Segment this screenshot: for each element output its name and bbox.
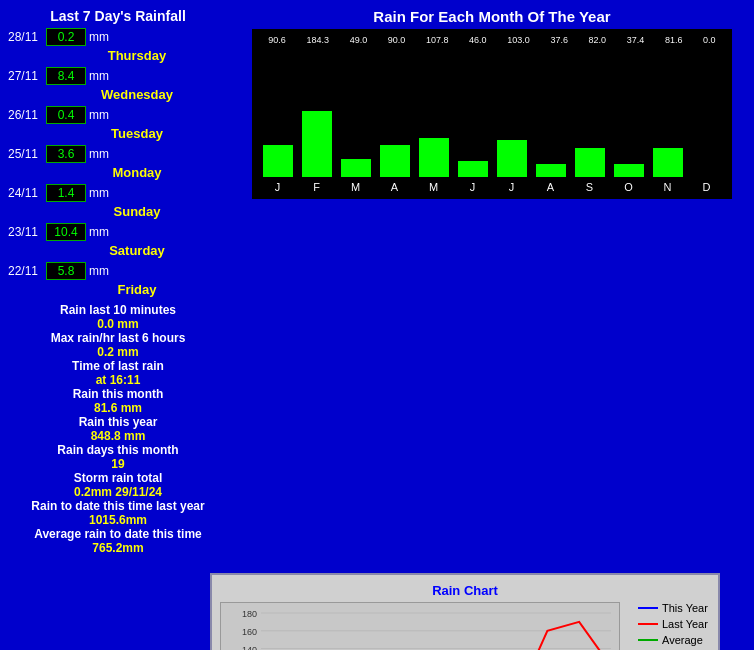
mm-value: 0.2 [46, 28, 86, 46]
mm-unit: mm [89, 147, 109, 161]
day-name: Sunday [46, 204, 228, 219]
stat-value: 19 [8, 457, 228, 471]
svg-text:140: 140 [242, 645, 257, 650]
bar-month-label: M [418, 181, 450, 193]
day-entry: 28/110.2 mm [8, 28, 228, 46]
line-chart-container: Rain Chart 020406080100120140160180JanFe… [210, 573, 720, 650]
mm-unit: mm [89, 30, 109, 44]
day-entry: 26/110.4 mm [8, 106, 228, 124]
stat-value: 848.8 mm [8, 429, 228, 443]
legend-this-year: This Year [662, 602, 708, 614]
stat-label: Rain to date this time last year [8, 499, 228, 513]
mm-unit: mm [89, 69, 109, 83]
day-name: Tuesday [46, 126, 228, 141]
bar-month-label: A [379, 181, 411, 193]
day-date: 22/11 [8, 264, 46, 278]
bar-value: 37.4 [627, 35, 645, 45]
bar-column [263, 57, 293, 177]
bar-month-label: S [574, 181, 606, 193]
bar-column [614, 57, 644, 177]
mm-unit: mm [89, 186, 109, 200]
bar-chart-title: Rain For Each Month Of The Year [238, 8, 746, 25]
bar-month-label: F [301, 181, 333, 193]
stat-value: 0.2 mm [8, 345, 228, 359]
stat-value: 0.2mm 29/11/24 [8, 485, 228, 499]
day-date: 24/11 [8, 186, 46, 200]
day-name: Monday [46, 165, 228, 180]
bar-value: 46.0 [469, 35, 487, 45]
day-date: 25/11 [8, 147, 46, 161]
stat-label: Rain this month [8, 387, 228, 401]
bar-column [302, 57, 332, 177]
bar-chart: 90.6184.349.090.0107.846.0103.037.682.03… [252, 29, 732, 199]
bar-column [458, 57, 488, 177]
bar-month-label: A [535, 181, 567, 193]
bar-month-label: N [652, 181, 684, 193]
day-entry: 22/115.8 mm [8, 262, 228, 280]
stat-value: 1015.6mm [8, 513, 228, 527]
day-name: Wednesday [46, 87, 228, 102]
bar-value: 81.6 [665, 35, 683, 45]
day-date: 27/11 [8, 69, 46, 83]
stat-label: Rain last 10 minutes [8, 303, 228, 317]
bar-value: 90.0 [388, 35, 406, 45]
bar-column [692, 57, 722, 177]
mm-unit: mm [89, 264, 109, 278]
svg-text:160: 160 [242, 627, 257, 637]
bar-value: 184.3 [306, 35, 329, 45]
page-title: Last 7 Day's Rainfall [8, 8, 228, 24]
legend-average: Average [662, 634, 703, 646]
day-date: 23/11 [8, 225, 46, 239]
day-entry: 24/111.4 mm [8, 184, 228, 202]
mm-value: 10.4 [46, 223, 86, 241]
svg-text:180: 180 [242, 609, 257, 619]
bar-value: 0.0 [703, 35, 716, 45]
bar-column [341, 57, 371, 177]
stat-value: 81.6 mm [8, 401, 228, 415]
mm-value: 1.4 [46, 184, 86, 202]
day-name: Thursday [46, 48, 228, 63]
bar-month-label: O [613, 181, 645, 193]
day-name: Friday [46, 282, 228, 297]
line-chart-title: Rain Chart [220, 583, 710, 598]
mm-value: 5.8 [46, 262, 86, 280]
bar-column [536, 57, 566, 177]
stat-value: at 16:11 [8, 373, 228, 387]
stat-label: Rain this year [8, 415, 228, 429]
bar-month-label: D [691, 181, 723, 193]
stat-label: Max rain/hr last 6 hours [8, 331, 228, 345]
stat-label: Rain days this month [8, 443, 228, 457]
stat-value: 0.0 mm [8, 317, 228, 331]
bar-month-label: M [340, 181, 372, 193]
day-date: 26/11 [8, 108, 46, 122]
mm-unit: mm [89, 225, 109, 239]
bar-value: 107.8 [426, 35, 449, 45]
stat-value: 765.2mm [8, 541, 228, 555]
mm-value: 0.4 [46, 106, 86, 124]
legend-last-year: Last Year [662, 618, 708, 630]
day-name: Saturday [46, 243, 228, 258]
bar-month-label: J [262, 181, 294, 193]
day-entry: 23/1110.4 mm [8, 223, 228, 241]
bar-column [380, 57, 410, 177]
mm-unit: mm [89, 108, 109, 122]
bar-column [653, 57, 683, 177]
chart-legend: This Year Last Year Average [630, 602, 710, 650]
bar-column [575, 57, 605, 177]
bar-month-label: J [457, 181, 489, 193]
mm-value: 3.6 [46, 145, 86, 163]
stat-label: Average rain to date this time [8, 527, 228, 541]
day-entry: 25/113.6 mm [8, 145, 228, 163]
mm-value: 8.4 [46, 67, 86, 85]
bar-value: 103.0 [507, 35, 530, 45]
bar-value: 90.6 [268, 35, 286, 45]
bar-value: 37.6 [550, 35, 568, 45]
stat-label: Storm rain total [8, 471, 228, 485]
stat-label: Time of last rain [8, 359, 228, 373]
bar-month-label: J [496, 181, 528, 193]
bar-column [497, 57, 527, 177]
bar-column [419, 57, 449, 177]
bar-value: 82.0 [589, 35, 607, 45]
day-date: 28/11 [8, 30, 46, 44]
bar-value: 49.0 [350, 35, 368, 45]
